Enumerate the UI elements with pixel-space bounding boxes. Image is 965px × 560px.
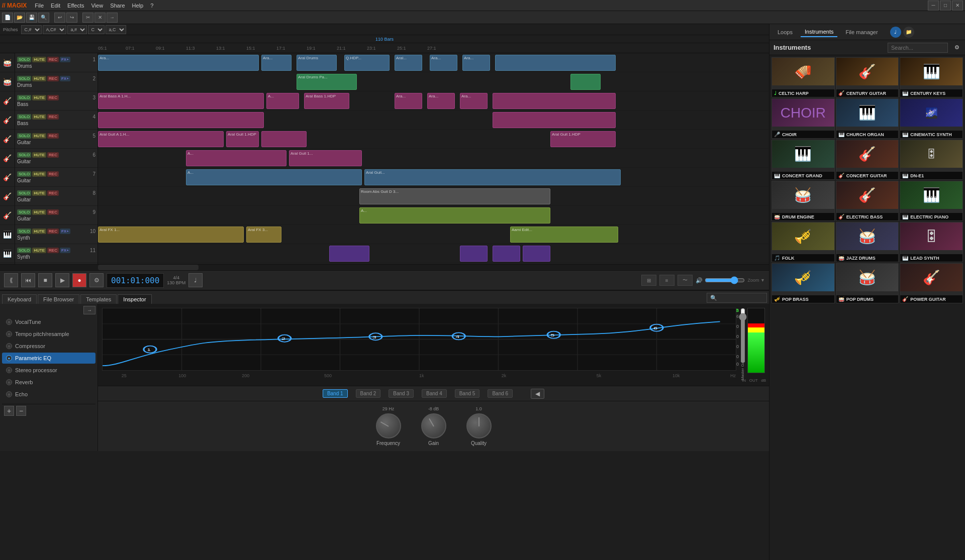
rp-tab-filemanager[interactable]: File manager: [841, 28, 882, 37]
fx-item-tempo[interactable]: ○ Tempo pitch/resample: [2, 328, 95, 340]
clip-11-3[interactable]: [493, 246, 520, 262]
solo-btn-3[interactable]: SOLO: [17, 95, 31, 100]
band-btn-5[interactable]: Band 5: [455, 389, 480, 398]
rec-btn-11[interactable]: REC: [47, 248, 59, 253]
mute-btn-1[interactable]: HUTE: [32, 57, 46, 62]
rec-btn-2[interactable]: REC: [47, 76, 59, 81]
solo-btn-6[interactable]: SOLO: [17, 152, 31, 158]
view-btn-list[interactable]: ≡: [659, 275, 674, 286]
clip-6-2[interactable]: Aral Guit 1...: [289, 150, 362, 166]
pitch-dropdown-4[interactable]: C: [88, 25, 105, 34]
solo-btn-2[interactable]: SOLO: [17, 76, 31, 81]
instrument-cinematic-synth[interactable]: 🌌 🎹 CINEMATIC SYNTH: [900, 98, 963, 139]
clip-1-6[interactable]: Ara...: [430, 55, 457, 71]
clip-3-7[interactable]: [493, 93, 616, 109]
solo-btn-4[interactable]: SOLO: [17, 114, 31, 120]
clip-1-4[interactable]: Q.HDP...: [344, 55, 390, 71]
view-btn-wave[interactable]: 〜: [678, 275, 693, 286]
maximize-btn[interactable]: □: [940, 1, 951, 11]
instrument-choir[interactable]: CHOIR 🎤 CHOIR: [771, 98, 835, 139]
solo-btn-11[interactable]: SOLO: [17, 248, 31, 253]
btn-record[interactable]: ●: [72, 273, 86, 287]
clip-3-4[interactable]: Ara...: [395, 93, 422, 109]
solo-btn-8[interactable]: SOLO: [17, 190, 31, 196]
clip-3-2[interactable]: A...: [266, 93, 299, 109]
clip-5-3[interactable]: [261, 131, 307, 147]
btn-metronome[interactable]: ♩: [188, 273, 203, 287]
tracks-scrollbar[interactable]: [0, 264, 769, 270]
toolbar-close[interactable]: ✕: [94, 13, 106, 23]
fx-btn-1[interactable]: FX+: [60, 57, 70, 62]
clip-2-1[interactable]: Aral Drums Pa...: [297, 74, 357, 90]
eq-flip-btn[interactable]: ◀: [531, 389, 544, 399]
solo-btn-1[interactable]: SOLO: [17, 57, 31, 62]
gain-knob[interactable]: [421, 413, 446, 438]
clip-3-3[interactable]: Aral Bass 1.HDP: [304, 93, 349, 109]
clip-8-1[interactable]: Room Abs Guit D 3...: [359, 188, 550, 204]
fx-item-stereo[interactable]: ○ Stereo processor: [2, 365, 95, 376]
clip-10-2[interactable]: Aral FX 3...: [246, 227, 281, 243]
mute-btn-7[interactable]: HUTE: [32, 171, 46, 177]
menu-share[interactable]: Share: [107, 2, 128, 10]
mute-btn-2[interactable]: HUTE: [32, 76, 46, 81]
instrument-concert-guitar[interactable]: 🎸 🎸 CONCERT GUITAR: [836, 140, 899, 180]
tab-keyboard[interactable]: Keyboard: [2, 294, 37, 304]
minimize-btn[interactable]: ─: [928, 1, 939, 11]
fx-power-compressor[interactable]: ○: [6, 343, 12, 349]
band-btn-3[interactable]: Band 3: [389, 389, 414, 398]
clip-1-3[interactable]: Aral Drums: [297, 55, 337, 71]
instrument-drum-engine[interactable]: 🥁 🥁 DRUM ENGINE: [771, 181, 835, 221]
mute-btn-6[interactable]: HUTE: [32, 152, 46, 158]
view-btn-grid[interactable]: ⊞: [641, 275, 656, 286]
clip-7-2[interactable]: Aral Guit...: [364, 169, 621, 185]
instrument-century-keys[interactable]: 🎹 🎹 CENTURY KEYS: [900, 57, 963, 97]
btn-rewind[interactable]: ⏮: [21, 273, 35, 287]
tab-templates[interactable]: Templates: [80, 294, 117, 304]
fx-add-btn[interactable]: +: [4, 406, 14, 416]
rec-btn-4[interactable]: REC: [47, 114, 59, 120]
clip-7-1[interactable]: A...: [186, 169, 362, 185]
fx-item-eq[interactable]: ● Parametric EQ: [2, 353, 95, 364]
menu-view[interactable]: View: [88, 2, 106, 10]
btn-settings[interactable]: ⚙: [89, 273, 104, 287]
mute-btn-5[interactable]: HUTE: [32, 133, 46, 139]
btn-play[interactable]: ▶: [55, 273, 69, 287]
fx-btn-10[interactable]: FX+: [60, 229, 70, 234]
fx-power-echo[interactable]: ○: [6, 391, 12, 397]
clip-3-6[interactable]: Ara...: [460, 93, 488, 109]
clip-11-4[interactable]: [523, 246, 550, 262]
menu-effects[interactable]: Effects: [64, 2, 87, 10]
fx-power-stereo[interactable]: ○: [6, 367, 12, 373]
clip-11-2[interactable]: [460, 246, 488, 262]
pitch-dropdown-2[interactable]: A,C#: [43, 25, 66, 34]
instrument-jazz-drums[interactable]: 🥁 🥁 JAZZ DRUMS: [836, 222, 899, 262]
solo-btn-10[interactable]: SOLO: [17, 229, 31, 234]
rec-btn-9[interactable]: REC: [47, 209, 59, 215]
clip-1-1[interactable]: Ara...: [98, 55, 259, 71]
rec-btn-1[interactable]: REC: [47, 57, 59, 62]
fx-item-reverb[interactable]: ○ Reverb: [2, 377, 95, 388]
fx-power-reverb[interactable]: ○: [6, 379, 12, 385]
instrument-electric-bass[interactable]: 🎸 🎸 ELECTRIC BASS: [836, 181, 899, 221]
fx-remove-btn[interactable]: −: [16, 406, 26, 416]
mute-btn-4[interactable]: HUTE: [32, 114, 46, 120]
tab-inspector[interactable]: Inspector: [118, 294, 151, 304]
eq-grid-area[interactable]: 25 100 200 500 1k 2k 5k 10k Hz: [102, 308, 736, 371]
tracks-content[interactable]: Ara... Ara... Aral Drums Q.HDP... Aral..…: [98, 53, 769, 264]
instrument-folk[interactable]: 🎺 🎵 FOLK: [771, 222, 835, 262]
instrument-church-organ[interactable]: 🎹 🎹 CHURCH ORGAN: [836, 98, 899, 139]
instrument-pop-drums[interactable]: 🥁 🥁 POP DRUMS: [836, 263, 899, 303]
fx-power-vocaltune[interactable]: ○: [6, 319, 12, 325]
rec-btn-5[interactable]: REC: [47, 133, 59, 139]
clip-5-4[interactable]: Aral Guit 1.HDP: [550, 131, 616, 147]
btn-return-to-start[interactable]: ⟪: [4, 273, 18, 287]
rp-tab-loops[interactable]: Loops: [774, 28, 797, 37]
clip-1-2[interactable]: Ara...: [261, 55, 292, 71]
pitch-dropdown-3[interactable]: a,#: [67, 25, 87, 34]
volume-slider[interactable]: [705, 276, 745, 284]
btn-stop[interactable]: ■: [38, 273, 52, 287]
quality-knob[interactable]: [466, 413, 492, 438]
bottom-search-input[interactable]: [707, 293, 767, 303]
mute-btn-9[interactable]: HUTE: [32, 209, 46, 215]
clip-11-1[interactable]: [329, 246, 369, 262]
